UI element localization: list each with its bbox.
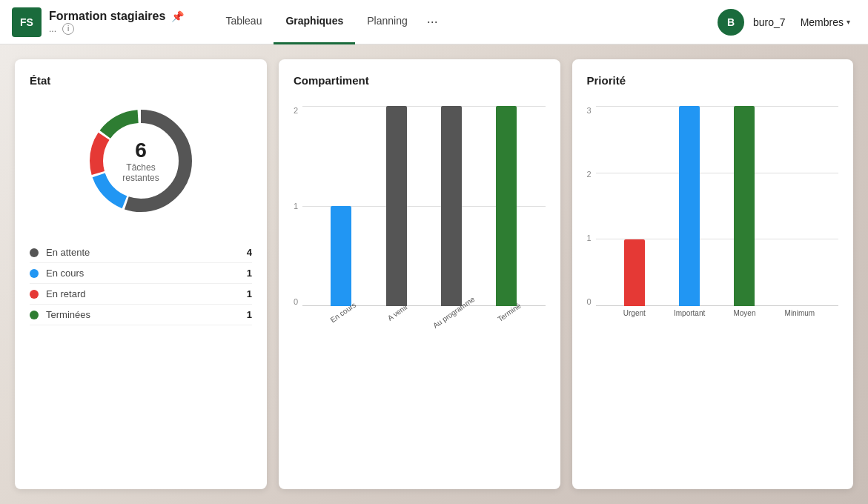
donut-number: 6 <box>111 139 170 162</box>
legend-label-en-attente: En attente <box>46 247 90 258</box>
prio-y-label-0: 0 <box>587 297 592 306</box>
etat-card-title: État <box>30 74 252 87</box>
legend-dot-terminees <box>30 311 39 319</box>
chevron-down-icon: ▾ <box>847 18 850 26</box>
bar-en-cours <box>331 206 351 306</box>
bar-group-minimum <box>776 106 824 306</box>
bar-urgent <box>624 239 645 306</box>
bar-group-moyen <box>720 106 768 306</box>
priorite-card: Priorité 3 2 1 0 <box>572 59 854 489</box>
priorite-card-title: Priorité <box>587 74 839 87</box>
legend-count-en-retard: 1 <box>247 288 252 299</box>
donut-center: 6 Tâches restantes <box>111 139 170 183</box>
legend-count-en-cours: 1 <box>247 268 252 279</box>
avatar: B <box>718 9 744 36</box>
more-menu-icon[interactable]: ··· <box>420 0 445 44</box>
legend-item-en-attente: En attente 4 <box>30 242 252 263</box>
comp-x-label-a-venir: A venir <box>372 306 420 336</box>
bar-group-termine <box>483 106 530 306</box>
compartiment-card-title: Compartiment <box>294 74 546 87</box>
bar-group-a-venir <box>372 106 420 306</box>
header-title-area: Formation stagiaires 📌 ... i <box>49 10 184 35</box>
bar-important <box>679 106 700 306</box>
comp-x-label-termine: Terminé <box>483 306 531 336</box>
prio-y-label-1: 1 <box>587 233 592 242</box>
legend-dot-en-cours <box>30 269 39 278</box>
app-icon: FS <box>12 7 42 37</box>
comp-x-label-au-programme: Au programme <box>427 306 476 336</box>
comp-y-label-1: 1 <box>294 202 298 210</box>
prio-y-label-2: 2 <box>587 170 592 179</box>
donut-container: 6 Tâches restantes <box>30 102 252 220</box>
legend-dot-en-retard <box>30 290 39 299</box>
membres-label: Membres <box>801 16 844 28</box>
tab-tableau[interactable]: Tableau <box>213 0 274 44</box>
legend-item-en-retard: En retard 1 <box>30 284 252 305</box>
header-title-row: Formation stagiaires 📌 <box>49 10 184 23</box>
bar-group-en-cours <box>317 106 365 306</box>
tab-planning[interactable]: Planning <box>355 0 420 44</box>
comp-y-label-2: 2 <box>294 106 298 115</box>
header-right: B buro_7 Membres ▾ <box>718 9 856 36</box>
donut-label: Tâches restantes <box>111 162 170 183</box>
etat-card: État 6 T <box>15 59 267 489</box>
prio-x-label-moyen: Moyen <box>720 306 768 336</box>
legend-count-terminees: 1 <box>247 309 252 320</box>
main-content: État 6 T <box>0 44 868 504</box>
legend: En attente 4 En cours 1 En retard 1 <box>30 242 252 325</box>
comp-x-label-en-cours: En cours <box>317 306 365 336</box>
membres-button[interactable]: Membres ▾ <box>795 13 856 31</box>
bar-group-urgent <box>611 106 658 306</box>
legend-label-en-retard: En retard <box>46 288 85 299</box>
comp-y-label-0: 0 <box>294 297 298 306</box>
prio-x-label-important: Important <box>666 306 713 336</box>
bar-group-au-programme <box>428 106 475 306</box>
tab-graphiques[interactable]: Graphiques <box>274 0 355 44</box>
info-icon[interactable]: i <box>62 23 74 35</box>
nav-tabs: Tableau Graphiques Planning ··· <box>213 0 445 44</box>
legend-count-en-attente: 4 <box>247 247 252 258</box>
legend-label-terminees: Terminées <box>46 309 90 320</box>
bar-group-important <box>666 106 713 306</box>
bar-a-venir <box>386 106 407 306</box>
username: buro_7 <box>753 16 786 28</box>
pin-icon[interactable]: 📌 <box>171 10 184 22</box>
header-subtitle: ... <box>49 24 56 34</box>
prio-x-label-minimum: Minimum <box>776 306 824 336</box>
legend-item-en-cours: En cours 1 <box>30 263 252 284</box>
bar-moyen <box>734 106 755 306</box>
legend-item-terminees: Terminées 1 <box>30 305 252 325</box>
prio-y-label-3: 3 <box>587 106 592 115</box>
bar-termine <box>496 106 517 306</box>
prio-x-label-urgent: Urgent <box>611 306 658 336</box>
project-title: Formation stagiaires <box>49 10 165 23</box>
donut-wrapper: 6 Tâches restantes <box>82 102 200 220</box>
compartiment-card: Compartiment 2 1 0 <box>279 59 560 489</box>
legend-dot-en-attente <box>30 248 39 257</box>
header: FS Formation stagiaires 📌 ... i Tableau … <box>0 0 868 44</box>
legend-label-en-cours: En cours <box>46 268 84 279</box>
bar-au-programme <box>441 106 462 306</box>
